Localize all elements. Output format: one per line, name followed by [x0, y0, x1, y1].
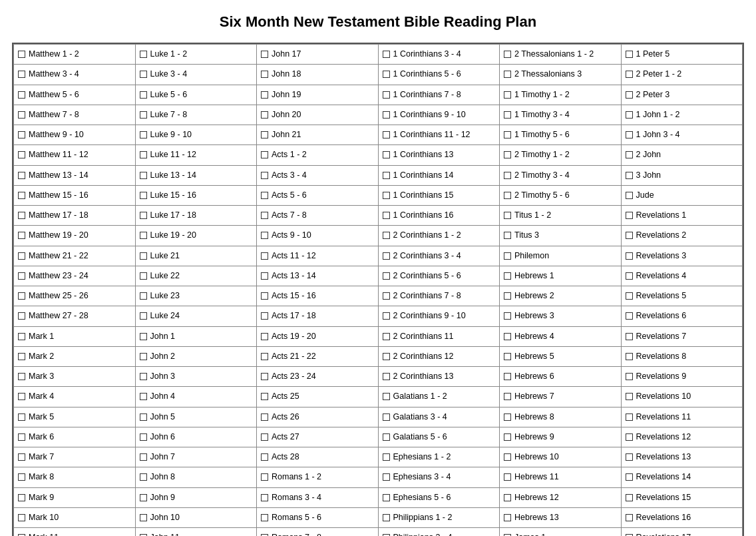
checkbox-icon[interactable] — [383, 272, 390, 280]
checkbox-icon[interactable] — [504, 91, 511, 99]
checkbox-icon[interactable] — [626, 172, 633, 179]
checkbox-icon[interactable] — [383, 292, 390, 300]
checkbox-icon[interactable] — [383, 51, 390, 58]
checkbox-icon[interactable] — [383, 131, 390, 138]
checkbox-icon[interactable] — [140, 292, 147, 300]
checkbox-icon[interactable] — [504, 312, 511, 320]
checkbox-icon[interactable] — [261, 353, 268, 360]
checkbox-icon[interactable] — [504, 252, 511, 260]
checkbox-icon[interactable] — [626, 51, 633, 58]
checkbox-icon[interactable] — [18, 312, 25, 320]
checkbox-icon[interactable] — [140, 433, 147, 441]
checkbox-icon[interactable] — [504, 453, 511, 461]
checkbox-icon[interactable] — [504, 494, 511, 501]
checkbox-icon[interactable] — [504, 333, 511, 340]
checkbox-icon[interactable] — [18, 413, 25, 421]
checkbox-icon[interactable] — [383, 473, 390, 481]
checkbox-icon[interactable] — [383, 172, 390, 179]
checkbox-icon[interactable] — [504, 272, 511, 280]
checkbox-icon[interactable] — [504, 192, 511, 199]
checkbox-icon[interactable] — [626, 453, 633, 461]
checkbox-icon[interactable] — [261, 473, 268, 481]
checkbox-icon[interactable] — [140, 514, 147, 521]
checkbox-icon[interactable] — [626, 373, 633, 380]
checkbox-icon[interactable] — [18, 91, 25, 99]
checkbox-icon[interactable] — [626, 292, 633, 300]
checkbox-icon[interactable] — [626, 272, 633, 280]
checkbox-icon[interactable] — [261, 373, 268, 380]
checkbox-icon[interactable] — [18, 272, 25, 280]
checkbox-icon[interactable] — [626, 333, 633, 340]
checkbox-icon[interactable] — [626, 494, 633, 501]
checkbox-icon[interactable] — [383, 212, 390, 219]
checkbox-icon[interactable] — [140, 353, 147, 360]
checkbox-icon[interactable] — [383, 393, 390, 400]
checkbox-icon[interactable] — [18, 473, 25, 481]
checkbox-icon[interactable] — [261, 71, 268, 78]
checkbox-icon[interactable] — [504, 51, 511, 58]
checkbox-icon[interactable] — [261, 494, 268, 501]
checkbox-icon[interactable] — [383, 373, 390, 380]
checkbox-icon[interactable] — [261, 514, 268, 521]
checkbox-icon[interactable] — [504, 151, 511, 158]
checkbox-icon[interactable] — [261, 212, 268, 219]
checkbox-icon[interactable] — [140, 71, 147, 78]
checkbox-icon[interactable] — [626, 393, 633, 400]
checkbox-icon[interactable] — [383, 413, 390, 421]
checkbox-icon[interactable] — [626, 232, 633, 239]
checkbox-icon[interactable] — [140, 252, 147, 260]
checkbox-icon[interactable] — [261, 312, 268, 320]
checkbox-icon[interactable] — [261, 393, 268, 400]
checkbox-icon[interactable] — [626, 252, 633, 260]
checkbox-icon[interactable] — [626, 212, 633, 219]
checkbox-icon[interactable] — [504, 111, 511, 119]
checkbox-icon[interactable] — [261, 172, 268, 179]
checkbox-icon[interactable] — [504, 71, 511, 78]
checkbox-icon[interactable] — [504, 232, 511, 239]
checkbox-icon[interactable] — [140, 51, 147, 58]
checkbox-icon[interactable] — [383, 514, 390, 521]
checkbox-icon[interactable] — [18, 494, 25, 501]
checkbox-icon[interactable] — [18, 393, 25, 400]
checkbox-icon[interactable] — [626, 91, 633, 99]
checkbox-icon[interactable] — [140, 172, 147, 179]
checkbox-icon[interactable] — [383, 312, 390, 320]
checkbox-icon[interactable] — [140, 131, 147, 138]
checkbox-icon[interactable] — [140, 232, 147, 239]
checkbox-icon[interactable] — [18, 353, 25, 360]
checkbox-icon[interactable] — [504, 393, 511, 400]
checkbox-icon[interactable] — [18, 71, 25, 78]
checkbox-icon[interactable] — [504, 514, 511, 521]
checkbox-icon[interactable] — [383, 453, 390, 461]
checkbox-icon[interactable] — [140, 312, 147, 320]
checkbox-icon[interactable] — [626, 111, 633, 119]
checkbox-icon[interactable] — [140, 453, 147, 461]
checkbox-icon[interactable] — [261, 433, 268, 441]
checkbox-icon[interactable] — [383, 151, 390, 158]
checkbox-icon[interactable] — [383, 433, 390, 441]
checkbox-icon[interactable] — [18, 51, 25, 58]
checkbox-icon[interactable] — [383, 252, 390, 260]
checkbox-icon[interactable] — [383, 192, 390, 199]
checkbox-icon[interactable] — [18, 453, 25, 461]
checkbox-icon[interactable] — [140, 192, 147, 199]
checkbox-icon[interactable] — [140, 111, 147, 119]
checkbox-icon[interactable] — [626, 71, 633, 78]
checkbox-icon[interactable] — [140, 473, 147, 481]
checkbox-icon[interactable] — [504, 172, 511, 179]
checkbox-icon[interactable] — [140, 373, 147, 380]
checkbox-icon[interactable] — [626, 413, 633, 421]
checkbox-icon[interactable] — [18, 232, 25, 239]
checkbox-icon[interactable] — [626, 473, 633, 481]
checkbox-icon[interactable] — [626, 192, 633, 199]
checkbox-icon[interactable] — [504, 433, 511, 441]
checkbox-icon[interactable] — [261, 453, 268, 461]
checkbox-icon[interactable] — [383, 111, 390, 119]
checkbox-icon[interactable] — [18, 333, 25, 340]
checkbox-icon[interactable] — [261, 252, 268, 260]
checkbox-icon[interactable] — [261, 333, 268, 340]
checkbox-icon[interactable] — [261, 111, 268, 119]
checkbox-icon[interactable] — [18, 433, 25, 441]
checkbox-icon[interactable] — [261, 232, 268, 239]
checkbox-icon[interactable] — [383, 353, 390, 360]
